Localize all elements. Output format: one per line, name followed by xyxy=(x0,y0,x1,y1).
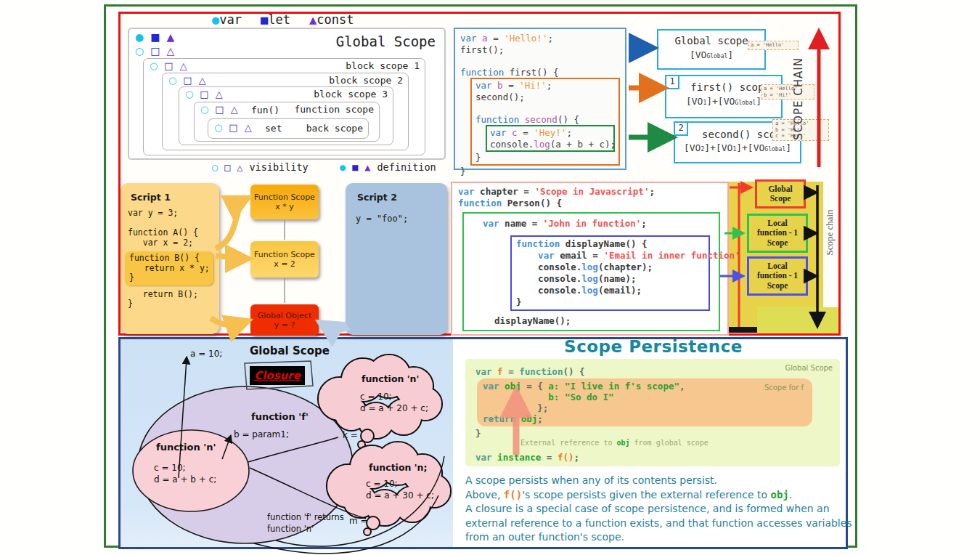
back-scope-symbols: ○□△ xyxy=(214,122,258,133)
cloud2-code: c = 10;d = a + 30 + c; xyxy=(366,478,434,501)
script1-code-top: var y = 3; function A() { var x = 2; xyxy=(121,203,219,248)
block-scope-1-symbols: ○□△ xyxy=(150,60,194,71)
first-scope-outline-box: var b = 'Hi!';second(); function second(… xyxy=(470,78,620,166)
person-scope-outline-box: var name = 'John in function'; function … xyxy=(462,212,720,331)
block-scope-1-label: block scope 1 xyxy=(346,60,420,71)
b-note: b = param1; xyxy=(234,429,289,439)
persistence-global-scope-label: Global Scope xyxy=(785,362,833,373)
closure-global-scope-title: Global Scope xyxy=(250,344,330,357)
scope-persistence-title: Scope Persistence xyxy=(479,337,828,356)
chain2-axis-label: Scope chain xyxy=(824,189,836,276)
function-scope-label: function scope xyxy=(294,104,374,115)
block-scope-2-symbols: ○□△ xyxy=(168,75,213,86)
global-scope-panel: Global Scope ●■▲ ○□△ block scope 1 ○□△ b… xyxy=(128,28,446,160)
code1-outer-lines: var a = 'Hello!';first(); function first… xyxy=(460,33,620,78)
script1-code-bottom: return B();} xyxy=(121,288,219,309)
block-scope-2-label: block scope 2 xyxy=(329,75,403,86)
fun-name: fun() xyxy=(251,105,279,116)
scope-for-f-label: Scope for f xyxy=(764,382,804,393)
function-scope-box-2: Function Scopex = 2 xyxy=(250,241,319,278)
script2-title: Script 2 xyxy=(346,183,447,203)
legend-const: ▲const xyxy=(309,12,354,27)
global-scope-note: a = 'Hello' xyxy=(748,41,799,50)
top-legend: ●var ■let ▲const xyxy=(212,12,354,27)
chain2-local2-box: Localfunction - 1Scope xyxy=(747,256,808,296)
f-returns-note: function 'f' returnsfunction 'n' xyxy=(267,511,344,535)
yellow-block xyxy=(757,307,838,333)
function-n-label: function 'n' xyxy=(156,442,216,453)
function-b-box: function B() { return x * y;} xyxy=(125,251,213,285)
function-scope-box-1: Function Scopex * y xyxy=(250,185,319,219)
code-panel-hello: var a = 'Hello!';first(); function first… xyxy=(454,28,626,170)
back-scope-label: back scope xyxy=(306,123,363,134)
legend-var: ●var xyxy=(212,12,242,27)
closure-sticker: Closure xyxy=(250,366,305,385)
script2-code: y = "foo"; xyxy=(346,203,447,224)
scope-for-f-box: Scope for f var obj = { a: "I live in f'… xyxy=(477,378,812,426)
script1-panel: Script 1 var y = 3; function A() { var x… xyxy=(121,183,219,334)
global-definition-symbols: ●■▲ xyxy=(135,31,181,43)
cloud2-title: function 'n; xyxy=(369,462,427,473)
cloud1-var-label: k = xyxy=(343,430,358,440)
global-visibility-symbols: ○□△ xyxy=(135,45,181,57)
let-square-icon: ■ xyxy=(261,12,268,27)
cloud2-var-label: m = xyxy=(349,516,368,526)
cloud1-title: function 'n' xyxy=(362,373,419,384)
global-object-box: Global Objecty = ? xyxy=(250,304,319,336)
chain2-global-box: GlobalScope xyxy=(755,179,806,208)
function-n-code: c = 10;d = a + b + c; xyxy=(154,462,216,485)
external-reference-note: External reference to obj from global sc… xyxy=(520,439,833,447)
first-scope-note: a = 'Hello'b = 'Hi!' xyxy=(761,84,814,100)
second-scope-outline-box: var c = 'Hey!';console.log(a + b + c); xyxy=(486,125,615,152)
scope-chain-axis-label: SCOPE CHAIN xyxy=(792,48,805,150)
scope-persistence-panel: Global Scope var f = function() { Scope … xyxy=(465,359,840,466)
visibility-legend: ○□△visibility xyxy=(212,161,315,173)
block-scope-2-box: block scope 2 ○□△ block scope 3 ○□△ ○□△ … xyxy=(162,73,409,150)
function-f-label: function 'f' xyxy=(251,411,309,422)
global-scope-title: Global Scope xyxy=(336,33,436,49)
block-scope-3-box: block scope 3 ○□△ ○□△ fun() function sco… xyxy=(179,86,393,145)
block-scope-1-box: block scope 1 ○□△ block scope 2 ○□△ bloc… xyxy=(143,58,425,155)
persistence-explanation: A scope persists when any of its content… xyxy=(465,474,844,545)
script1-title: Script 1 xyxy=(121,183,219,203)
scope-diagram-collage: ●var ■let ▲const Global Scope ●■▲ ○□△ bl… xyxy=(0,0,980,555)
first-scope-number: 1 xyxy=(665,75,679,89)
function-scope-symbols: ○□△ xyxy=(200,104,245,115)
cloud1-code: c = 10;d = a + 20 + c; xyxy=(360,391,428,414)
chain2-local1-box: Localfunction - 1Scope xyxy=(747,214,808,253)
function-scope-box: ○□△ fun() function scope ○□△ set back sc… xyxy=(194,102,380,142)
const-triangle-icon: ▲ xyxy=(309,12,317,27)
displayname-scope-outline-box: function displayName() { var email = 'Em… xyxy=(510,235,710,311)
second-scope-number: 2 xyxy=(674,121,688,136)
definition-legend: ●■▲definition xyxy=(340,161,443,173)
set-name: set xyxy=(265,123,282,134)
code-panel-person: var chapter = 'Scope in Javascript';func… xyxy=(451,182,729,336)
block-scope-3-label: block scope 3 xyxy=(314,89,388,100)
a-note: a = 10; xyxy=(190,349,222,359)
back-scope-box: ○□△ set back scope xyxy=(208,118,369,139)
script2-panel: Script 2 y = "foo"; xyxy=(346,183,447,335)
legend-let: ■let xyxy=(261,12,290,27)
var-circle-icon: ● xyxy=(212,12,219,27)
block-scope-3-symbols: ○□△ xyxy=(185,89,229,100)
